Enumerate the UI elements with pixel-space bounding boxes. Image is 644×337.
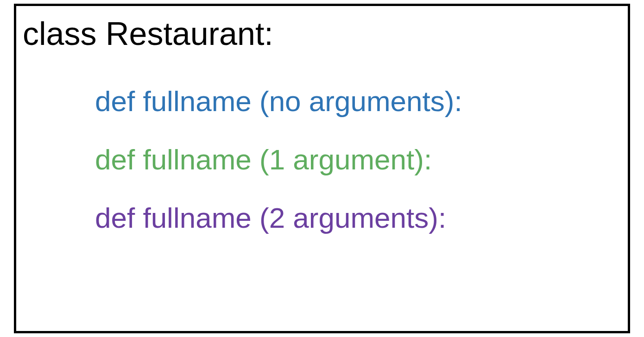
code-diagram-box: class Restaurant: def fullname (no argum… xyxy=(14,4,630,333)
class-declaration: class Restaurant: xyxy=(23,15,623,52)
method-def-one-arg: def fullname (1 argument): xyxy=(95,143,623,176)
method-def-no-args: def fullname (no arguments): xyxy=(95,85,623,118)
method-def-two-args: def fullname (2 arguments): xyxy=(95,201,623,234)
